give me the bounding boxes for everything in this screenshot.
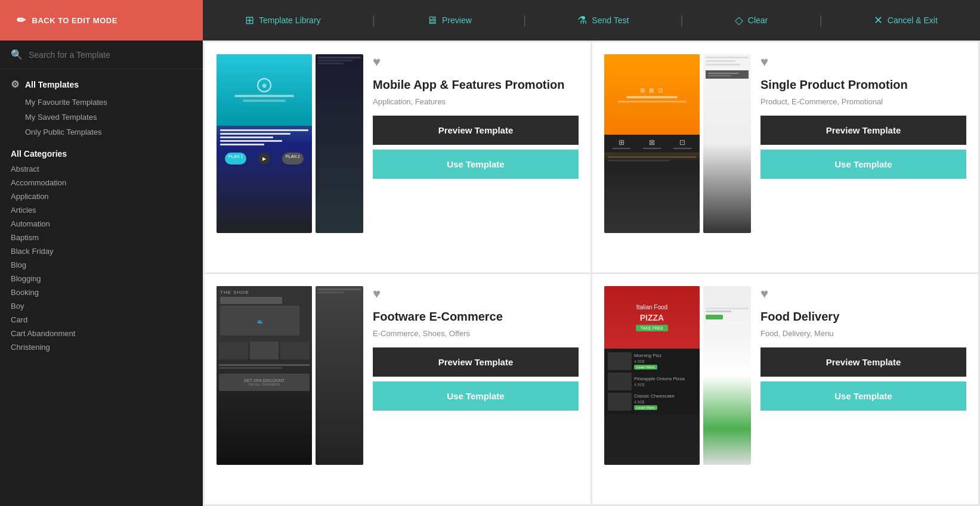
nav-template-library-label: Template Library — [259, 15, 321, 25]
nav-preview-label: Preview — [442, 15, 472, 25]
sidebar-category-cart-abandonment[interactable]: Cart Abandonment — [0, 327, 203, 340]
heart-icon-mobile-app[interactable]: ♥ — [373, 54, 579, 70]
template-card-food-delivery: Italian Food PIZZA TAKE FREE Morning Piz… — [592, 274, 978, 504]
cancel-exit-icon: ✕ — [874, 14, 883, 27]
sidebar-category-booking[interactable]: Booking — [0, 285, 203, 299]
top-nav: ✏ BACK TO EDIT MODE ⊞ Template Library |… — [0, 0, 980, 41]
preview-image-small-single-product — [703, 54, 751, 233]
send-test-icon: ⚗ — [577, 14, 587, 27]
card-title-mobile-app: Mobile App & Features Promotion — [373, 77, 579, 92]
card-title-single-product: Single Product Promotion — [760, 77, 966, 92]
heart-icon-food-delivery[interactable]: ♥ — [760, 286, 966, 302]
sidebar-category-blogging[interactable]: Blogging — [0, 272, 203, 285]
preview-icon: 🖥 — [426, 14, 437, 27]
sidebar-category-baptism[interactable]: Baptism — [0, 231, 203, 244]
content-area: ⊕ PLAN 1 ▶ PLAN 2 — [203, 41, 980, 506]
sidebar-category-christening[interactable]: Christening — [0, 340, 203, 354]
preview-template-button-mobile-app[interactable]: Preview Template — [373, 116, 579, 145]
preview-image-main-footware: THE SHOE 👟 GET 25% DISCOUNT — [217, 286, 312, 465]
preview-image-main-food-delivery: Italian Food PIZZA TAKE FREE Morning Piz… — [604, 286, 700, 465]
sidebar-category-application[interactable]: Application — [0, 190, 203, 203]
sidebar-category-blog[interactable]: Blog — [0, 258, 203, 272]
preview-template-button-footware[interactable]: Preview Template — [373, 347, 579, 377]
sidebar-category-boy[interactable]: Boy — [0, 299, 203, 313]
template-card-mobile-app: ⊕ PLAN 1 ▶ PLAN 2 — [205, 42, 591, 272]
categories-title: All Categories — [0, 142, 203, 162]
sidebar-item-favourites[interactable]: My Favourite Templates — [11, 95, 192, 110]
card-previews-single-product: ⊞ ⊠ ⊡ ⊞ ⊠ ⊡ — [604, 54, 751, 233]
nav-items: ⊞ Template Library | 🖥 Preview | ⚗ Send … — [203, 14, 980, 27]
main-layout: 🔍 ⚙ All Templates My Favourite Templates… — [0, 41, 980, 506]
use-template-button-footware[interactable]: Use Template — [373, 381, 579, 411]
all-templates-item[interactable]: ⚙ All Templates — [11, 79, 192, 90]
preview-template-button-food-delivery[interactable]: Preview Template — [760, 347, 966, 377]
nav-send-test[interactable]: ⚗ Send Test — [568, 14, 638, 27]
card-info-food-delivery: ♥ Food Delivery Food, Delivery, Menu Pre… — [760, 286, 966, 411]
clear-icon: ◇ — [735, 14, 743, 27]
card-tags-food-delivery: Food, Delivery, Menu — [760, 329, 966, 338]
sidebar-item-public[interactable]: Only Public Templates — [11, 125, 192, 139]
template-library-icon: ⊞ — [245, 14, 254, 27]
preview-image-main-single-product: ⊞ ⊠ ⊡ ⊞ ⊠ ⊡ — [604, 54, 700, 233]
nav-divider-3: | — [680, 14, 683, 27]
template-card-footware: THE SHOE 👟 GET 25% DISCOUNT — [205, 274, 591, 504]
template-card-single-product: ⊞ ⊠ ⊡ ⊞ ⊠ ⊡ — [592, 42, 978, 272]
search-icon: 🔍 — [11, 49, 23, 60]
preview-template-button-single-product[interactable]: Preview Template — [760, 116, 966, 145]
nav-divider-1: | — [372, 14, 375, 27]
card-info-mobile-app: ♥ Mobile App & Features Promotion Applic… — [373, 54, 579, 179]
preview-image-main-mobile-app: ⊕ PLAN 1 ▶ PLAN 2 — [217, 54, 312, 233]
card-info-footware: ♥ Footware E-Commerce E-Commerce, Shoes,… — [373, 286, 579, 411]
card-info-single-product: ♥ Single Product Promotion Product, E-Co… — [760, 54, 966, 179]
nav-cancel-exit[interactable]: ✕ Cancel & Exit — [864, 14, 947, 27]
search-input[interactable] — [29, 50, 192, 60]
use-template-button-mobile-app[interactable]: Use Template — [373, 150, 579, 179]
sidebar-category-card[interactable]: Card — [0, 313, 203, 327]
card-tags-footware: E-Commerce, Shoes, Offers — [373, 329, 579, 338]
card-previews-footware: THE SHOE 👟 GET 25% DISCOUNT — [217, 286, 363, 465]
preview-image-small-food-delivery — [703, 286, 751, 465]
sidebar-main-section: ⚙ All Templates My Favourite Templates M… — [0, 69, 203, 142]
nav-clear-label: Clear — [748, 15, 768, 25]
sidebar-category-accommodation[interactable]: Accommodation — [0, 176, 203, 190]
sidebar-category-articles[interactable]: Articles — [0, 203, 203, 217]
back-icon: ✏ — [17, 14, 26, 27]
card-previews-food-delivery: Italian Food PIZZA TAKE FREE Morning Piz… — [604, 286, 751, 465]
sidebar-category-abstract[interactable]: Abstract — [0, 162, 203, 176]
preview-image-small-mobile-app — [316, 54, 363, 233]
card-previews-mobile-app: ⊕ PLAN 1 ▶ PLAN 2 — [217, 54, 363, 233]
sidebar-category-automation[interactable]: Automation — [0, 217, 203, 231]
nav-send-test-label: Send Test — [592, 15, 629, 25]
filter-icon: ⚙ — [11, 79, 19, 90]
nav-divider-2: | — [523, 14, 526, 27]
card-tags-mobile-app: Application, Features — [373, 97, 579, 106]
card-title-footware: Footware E-Commerce — [373, 309, 579, 324]
nav-template-library[interactable]: ⊞ Template Library — [236, 14, 330, 27]
preview-image-small-footware — [316, 286, 363, 465]
back-label: BACK TO EDIT MODE — [32, 16, 118, 25]
card-tags-single-product: Product, E-Commerce, Promotional — [760, 97, 966, 106]
sidebar: 🔍 ⚙ All Templates My Favourite Templates… — [0, 41, 203, 506]
nav-divider-4: | — [819, 14, 822, 27]
all-templates-label: All Templates — [25, 80, 79, 89]
sidebar-category-black-friday[interactable]: Black Friday — [0, 244, 203, 258]
use-template-button-single-product[interactable]: Use Template — [760, 150, 966, 179]
sidebar-item-saved[interactable]: My Saved Templates — [11, 110, 192, 125]
heart-icon-single-product[interactable]: ♥ — [760, 54, 966, 70]
nav-clear[interactable]: ◇ Clear — [725, 14, 777, 27]
nav-cancel-exit-label: Cancel & Exit — [888, 15, 938, 25]
search-box: 🔍 — [0, 41, 203, 69]
card-title-food-delivery: Food Delivery — [760, 309, 966, 324]
heart-icon-footware[interactable]: ♥ — [373, 286, 579, 302]
use-template-button-food-delivery[interactable]: Use Template — [760, 381, 966, 411]
back-to-edit-button[interactable]: ✏ BACK TO EDIT MODE — [0, 0, 203, 41]
nav-preview[interactable]: 🖥 Preview — [417, 14, 481, 27]
